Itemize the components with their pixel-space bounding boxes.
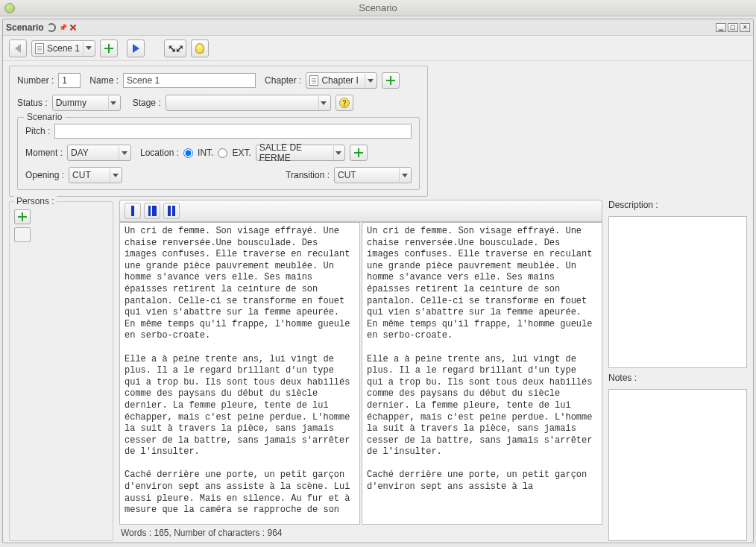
moment-selector[interactable]: DAY <box>67 145 131 161</box>
scene-form: Number : Name : Chapter : Chapter I Stat… <box>9 66 428 197</box>
close-panel-icon[interactable]: ✕ <box>740 23 750 32</box>
plus-icon <box>353 148 364 158</box>
notes-label: Notes : <box>608 373 747 383</box>
number-label: Number : <box>17 75 54 86</box>
document-icon <box>35 43 44 54</box>
int-label: INT. <box>198 148 213 158</box>
help-icon: ? <box>339 98 350 108</box>
view-toolbar <box>119 200 602 222</box>
chapter-value: Chapter I <box>321 75 358 86</box>
transition-selector[interactable]: CUT <box>334 167 412 183</box>
stage-help-button[interactable]: ? <box>336 95 353 111</box>
opening-value: CUT <box>72 170 91 180</box>
scene-selector-value: Scene 1 <box>47 43 80 54</box>
description-label: Description : <box>608 200 747 210</box>
location-value: SALLE DE FERME <box>259 142 330 163</box>
moment-label: Moment : <box>25 148 63 158</box>
chevron-down-icon <box>110 101 116 105</box>
scene-selector[interactable]: Scene 1 <box>31 40 95 57</box>
chevron-down-icon <box>402 174 408 177</box>
pitch-label: Pitch : <box>25 126 50 136</box>
reload-icon <box>47 23 56 32</box>
pitch-input[interactable] <box>54 124 412 139</box>
transition-value: CUT <box>338 170 356 180</box>
add-scene-button[interactable] <box>100 39 118 57</box>
add-chapter-button[interactable] <box>382 72 400 89</box>
opening-label: Opening : <box>25 170 64 180</box>
ext-radio[interactable] <box>218 148 227 158</box>
close-icon[interactable] <box>70 25 76 31</box>
chapter-label: Chapter : <box>265 75 301 86</box>
fullscreen-icon: ⤡⤢ <box>168 42 183 54</box>
plus-icon <box>17 212 28 222</box>
status-selector[interactable]: Dummy <box>52 95 121 111</box>
plus-icon <box>385 75 396 86</box>
lightbulb-icon <box>195 43 204 54</box>
tab-scenario[interactable]: Scenario 📌 <box>6 22 76 33</box>
status-value: Dummy <box>56 98 86 108</box>
chevron-left-icon <box>15 44 21 53</box>
scenario-fieldset: Scenario Pitch : Moment : DAY Location :… <box>17 117 420 190</box>
scenario-legend: Scenario <box>24 112 65 122</box>
chevron-down-icon <box>113 174 119 177</box>
tab-bar: Scenario 📌 ▁ ▢ ✕ <box>3 19 753 36</box>
right-panel: Description : Notes : <box>608 200 747 541</box>
description-box[interactable] <box>608 216 747 368</box>
chevron-down-icon <box>368 79 374 83</box>
name-label: Name : <box>89 75 119 86</box>
chapter-selector[interactable]: Chapter I <box>306 72 377 89</box>
persons-legend: Persons : <box>14 196 57 206</box>
tab-label: Scenario <box>6 22 44 33</box>
transition-label: Transition : <box>286 170 330 180</box>
int-radio[interactable] <box>183 148 193 158</box>
editor-status: Words : 165, Number of characters : 964 <box>119 525 602 541</box>
window-title: Scenario <box>0 2 756 13</box>
location-label: Location : <box>140 148 179 158</box>
document-icon <box>309 75 318 86</box>
add-person-button[interactable] <box>14 209 31 224</box>
editor-panel: Un cri de femme. Son visage effrayé. Une… <box>119 200 602 541</box>
play-icon <box>133 44 139 53</box>
person-placeholder[interactable] <box>14 227 31 242</box>
number-input[interactable] <box>58 73 81 88</box>
script-text-right[interactable]: Un cri de femme. Son visage effrayé. Une… <box>362 222 602 525</box>
play-button[interactable] <box>127 39 145 57</box>
two-column-wide-button[interactable] <box>144 203 160 219</box>
location-selector[interactable]: SALLE DE FERME <box>256 145 345 161</box>
fullscreen-button[interactable]: ⤡⤢ <box>164 39 186 57</box>
chevron-down-icon <box>321 101 327 105</box>
minimize-icon[interactable]: ▁ <box>716 23 726 32</box>
single-column-button[interactable] <box>125 203 141 219</box>
chevron-down-icon <box>336 151 341 155</box>
moment-value: DAY <box>71 148 89 158</box>
back-button[interactable] <box>9 39 27 57</box>
stage-selector[interactable] <box>166 95 331 111</box>
two-column-button[interactable] <box>163 203 180 219</box>
opening-selector[interactable]: CUT <box>69 167 122 183</box>
notes-box[interactable] <box>608 389 747 541</box>
script-text-left[interactable]: Un cri de femme. Son visage effrayé. Une… <box>119 222 360 525</box>
plus-icon <box>104 43 114 54</box>
chevron-down-icon <box>122 151 127 155</box>
pin-icon: 📌 <box>59 24 67 31</box>
main-toolbar: Scene 1 ⤡⤢ <box>3 36 753 61</box>
chevron-down-icon <box>86 46 92 50</box>
status-label: Status : <box>17 98 48 108</box>
stage-label: Stage : <box>133 98 161 108</box>
name-input[interactable] <box>123 73 256 88</box>
maximize-icon[interactable]: ▢ <box>728 23 738 32</box>
idea-button[interactable] <box>191 39 209 57</box>
add-location-button[interactable] <box>350 145 368 161</box>
persons-panel: Persons : <box>9 201 113 541</box>
ext-label: EXT. <box>232 148 251 158</box>
